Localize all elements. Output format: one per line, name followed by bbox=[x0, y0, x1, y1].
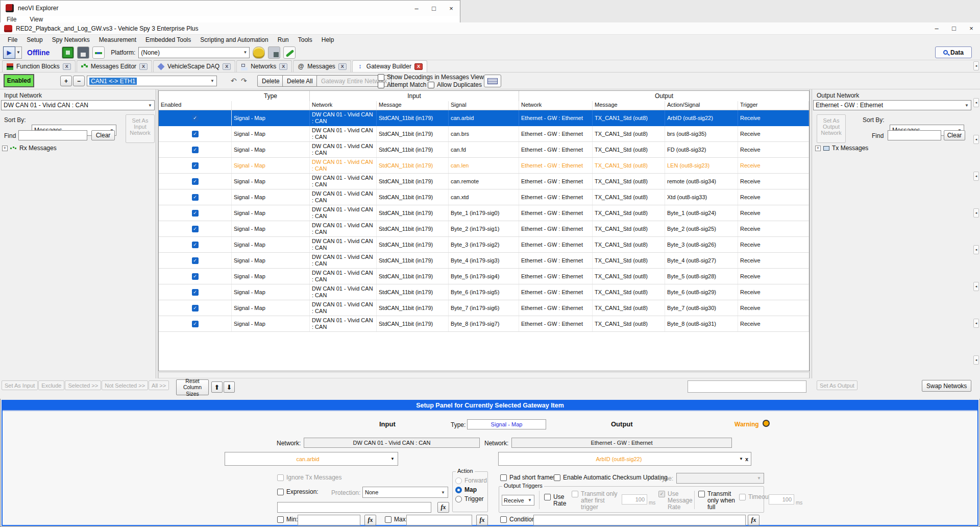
table-cell[interactable]: StdCAN_11bit (in179) bbox=[377, 142, 449, 157]
table-cell[interactable]: Byte_3 (in179-sig2) bbox=[449, 237, 519, 252]
table-cell[interactable]: StdCAN_11bit (in179) bbox=[377, 300, 449, 316]
tree-expand-icon[interactable]: + bbox=[2, 146, 8, 151]
table-cell[interactable]: TX_CAN1_Std (out8) bbox=[593, 189, 665, 205]
delete-button[interactable]: Delete bbox=[257, 75, 284, 87]
table-cell[interactable]: Ethernet - GW : Ethernet bbox=[519, 205, 593, 221]
table-cell[interactable]: Signal - Map bbox=[232, 126, 310, 141]
table-cell[interactable]: Byte_2 (in179-sig1) bbox=[449, 221, 519, 236]
menu-setup[interactable]: Setup bbox=[22, 35, 47, 44]
table-cell[interactable]: Ethernet - GW : Ethernet bbox=[519, 284, 593, 300]
row-enabled-checkbox[interactable]: ✓ bbox=[192, 226, 199, 232]
table-row[interactable]: ✓Signal - MapDW CAN 01 - Vivid CAN : CAN… bbox=[159, 253, 809, 269]
table-cell[interactable]: can.xtd bbox=[449, 189, 519, 205]
use-rate-checkbox[interactable] bbox=[544, 494, 551, 500]
menu-help[interactable]: Help bbox=[317, 35, 339, 44]
table-cell[interactable]: TX_CAN1_Std (out8) bbox=[593, 205, 665, 221]
table-cell[interactable]: StdCAN_11bit (in179) bbox=[377, 174, 449, 189]
table-cell[interactable]: DW CAN 01 - Vivid CAN : CAN bbox=[310, 269, 377, 284]
enabled-toggle-button[interactable]: Enabled bbox=[4, 74, 34, 87]
row-enabled-checkbox[interactable]: ✓ bbox=[192, 115, 199, 122]
table-cell[interactable]: Byte_5 (out8-sig28) bbox=[665, 269, 738, 284]
table-cell[interactable]: StdCAN_11bit (in179) bbox=[377, 126, 449, 141]
tab-gateway-builder[interactable]: ↕ Gateway Builder X bbox=[352, 60, 427, 72]
table-cell[interactable]: Signal - Map bbox=[232, 221, 310, 236]
attempt-match-checkbox[interactable] bbox=[378, 82, 384, 88]
table-cell[interactable]: can.arbid bbox=[449, 110, 519, 126]
table-cell[interactable]: Signal - Map bbox=[232, 300, 310, 316]
input-network-select[interactable]: DW CAN 01 - Vivid CAN : CAN▼ bbox=[1, 100, 155, 110]
table-cell[interactable]: TX_CAN1_Std (out8) bbox=[593, 158, 665, 173]
run-dropdown[interactable]: ▼ bbox=[15, 46, 22, 59]
table-cell[interactable]: Receive bbox=[738, 158, 809, 173]
keyboard-button[interactable] bbox=[484, 75, 501, 87]
table-cell[interactable]: Receive bbox=[738, 189, 809, 205]
table-row[interactable]: ✓Signal - MapDW CAN 01 - Vivid CAN : CAN… bbox=[159, 284, 809, 300]
menu-spy-networks[interactable]: Spy Networks bbox=[47, 35, 94, 44]
map-radio[interactable] bbox=[455, 487, 462, 493]
expression-checkbox[interactable] bbox=[277, 489, 284, 495]
table-cell[interactable]: Receive bbox=[738, 142, 809, 157]
min-checkbox[interactable] bbox=[277, 516, 284, 523]
menu-embedded-tools[interactable]: Embedded Tools bbox=[141, 35, 195, 44]
table-cell[interactable]: Receive bbox=[738, 174, 809, 189]
tree-expand-icon[interactable]: + bbox=[815, 146, 821, 151]
row-enabled-checkbox[interactable]: ✓ bbox=[192, 178, 199, 185]
table-cell[interactable]: Byte_8 (out8-sig31) bbox=[665, 316, 738, 331]
table-cell[interactable]: StdCAN_11bit (in179) bbox=[377, 205, 449, 221]
set-as-output-button[interactable]: Set As Output bbox=[817, 380, 857, 390]
table-cell[interactable]: StdCAN_11bit (in179) bbox=[377, 237, 449, 252]
tab-vehiclescape-daq[interactable]: VehicleScape DAQ X bbox=[153, 60, 235, 72]
table-cell[interactable]: DW CAN 01 - Vivid CAN : CAN bbox=[310, 316, 377, 331]
table-cell[interactable]: Receive bbox=[738, 316, 809, 331]
menu-scripting-automation[interactable]: Scripting and Automation bbox=[195, 35, 273, 44]
input-signal-select[interactable]: can.arbid ▼ bbox=[225, 452, 398, 466]
allow-duplicates-checkbox[interactable] bbox=[428, 82, 434, 88]
table-cell[interactable]: can.remote bbox=[449, 174, 519, 189]
condition-checkbox[interactable] bbox=[500, 516, 507, 523]
menu-file[interactable]: File bbox=[3, 35, 22, 44]
wrench-icon[interactable] bbox=[283, 46, 296, 59]
undo-icon[interactable]: ↶ bbox=[231, 77, 237, 85]
table-cell[interactable]: Ethernet - GW : Ethernet bbox=[519, 253, 593, 268]
table-cell[interactable]: StdCAN_11bit (in179) bbox=[377, 110, 449, 126]
table-cell[interactable]: DW CAN 01 - Vivid CAN : CAN bbox=[310, 237, 377, 252]
table-cell[interactable]: DW CAN 01 - Vivid CAN : CAN bbox=[310, 300, 377, 316]
table-cell[interactable]: TX_CAN1_Std (out8) bbox=[593, 142, 665, 157]
expression-fx-button[interactable]: fx bbox=[437, 502, 449, 513]
row-enabled-checkbox[interactable]: ✓ bbox=[192, 147, 199, 153]
output-signal-select[interactable]: ArbID (out8-sig22) ▼ x bbox=[498, 452, 751, 466]
table-cell[interactable]: TX_CAN1_Std (out8) bbox=[593, 110, 665, 126]
database-icon[interactable] bbox=[253, 46, 265, 59]
table-cell[interactable]: DW CAN 01 - Vivid CAN : CAN bbox=[310, 174, 377, 189]
table-row[interactable]: ✓Signal - MapDW CAN 01 - Vivid CAN : CAN… bbox=[159, 174, 809, 189]
dock-arrow-button[interactable]: ◂ bbox=[973, 98, 979, 107]
rate-ms-input[interactable]: 100 bbox=[622, 494, 647, 505]
output-network-select[interactable]: Ethernet - GW : Ethernet▼ bbox=[813, 100, 971, 110]
table-row[interactable]: ✓Signal - MapDW CAN 01 - Vivid CAN : CAN… bbox=[159, 221, 809, 237]
tab-function-blocks[interactable]: Function Blocks X bbox=[2, 60, 76, 72]
table-cell[interactable]: StdCAN_11bit (in179) bbox=[377, 269, 449, 284]
rx-messages-tree-item[interactable]: Rx Messages bbox=[19, 145, 57, 152]
data-button[interactable]: Data bbox=[935, 46, 972, 58]
input-clear-button[interactable]: Clear bbox=[91, 130, 115, 140]
transmit-full-checkbox[interactable] bbox=[698, 491, 705, 497]
table-row[interactable]: ✓Signal - MapDW CAN 01 - Vivid CAN : CAN… bbox=[159, 189, 809, 205]
table-cell[interactable]: Byte_4 (in179-sig3) bbox=[449, 253, 519, 268]
save-icon[interactable] bbox=[77, 46, 89, 59]
table-row[interactable]: ✓Signal - MapDW CAN 01 - Vivid CAN : CAN… bbox=[159, 158, 809, 174]
type-value-box[interactable]: Signal - Map bbox=[467, 419, 546, 429]
table-cell[interactable]: Receive bbox=[738, 237, 809, 252]
table-cell[interactable]: Byte_5 (in179-sig4) bbox=[449, 269, 519, 284]
table-row[interactable]: ✓Signal - MapDW CAN 01 - Vivid CAN : CAN… bbox=[159, 126, 809, 142]
tab-close-icon[interactable]: X bbox=[414, 63, 423, 70]
table-cell[interactable]: Ethernet - GW : Ethernet bbox=[519, 269, 593, 284]
table-row[interactable]: ✓Signal - MapDW CAN 01 - Vivid CAN : CAN… bbox=[159, 110, 809, 126]
table-cell[interactable]: Receive bbox=[738, 269, 809, 284]
table-cell[interactable]: StdCAN_11bit (in179) bbox=[377, 221, 449, 236]
row-enabled-checkbox[interactable]: ✓ bbox=[192, 210, 199, 217]
timeout-ms-input[interactable]: 100 bbox=[769, 494, 794, 505]
protection-select[interactable]: None ▼ bbox=[362, 487, 448, 498]
min-fx-button[interactable]: fx bbox=[364, 515, 376, 525]
close-button[interactable]: × bbox=[963, 22, 980, 35]
tab-close-icon[interactable]: X bbox=[279, 63, 287, 70]
